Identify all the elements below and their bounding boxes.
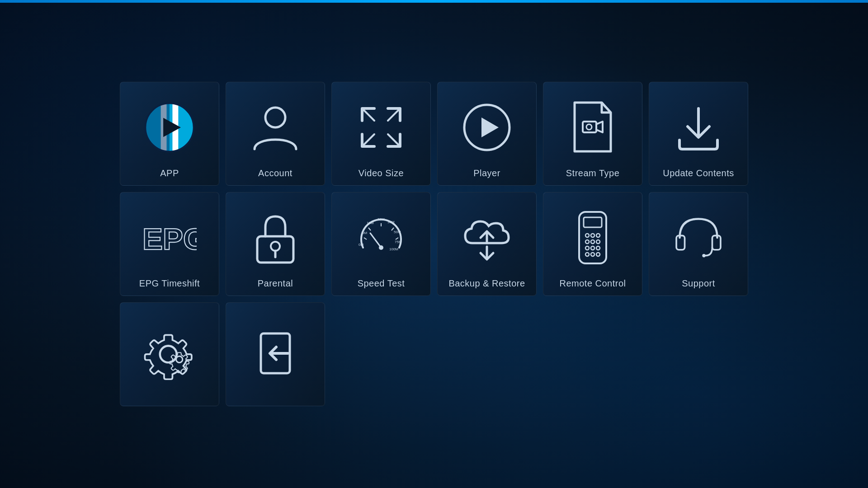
- logout-icon: [248, 312, 302, 394]
- svg-point-41: [596, 234, 600, 237]
- svg-point-43: [591, 240, 594, 244]
- tile-speed-test[interactable]: 0M 5M 10M 20M 30M 50M 75M 100M Speed Tes…: [331, 192, 431, 296]
- support-icon: [671, 202, 726, 274]
- svg-line-20: [364, 238, 367, 239]
- svg-text:100M: 100M: [389, 247, 398, 251]
- tile-remote-control-label: Remote Control: [559, 278, 626, 289]
- svg-point-44: [596, 240, 600, 244]
- tile-app-label: APP: [160, 168, 179, 178]
- empty-tile-2: [437, 302, 537, 406]
- svg-point-42: [585, 240, 589, 244]
- backup-restore-icon: [460, 202, 514, 274]
- video-size-icon: [354, 91, 408, 164]
- app-icon: [142, 91, 197, 164]
- svg-point-14: [586, 124, 592, 130]
- svg-text:30M: 30M: [387, 220, 395, 224]
- stream-type-icon: [566, 91, 620, 164]
- epg-icon: EPG: [142, 202, 197, 274]
- tile-support-label: Support: [682, 278, 715, 289]
- tile-speed-test-label: Speed Test: [358, 278, 405, 289]
- update-contents-icon: [671, 91, 726, 164]
- svg-point-50: [596, 253, 600, 256]
- tile-account[interactable]: Account: [226, 82, 325, 186]
- tile-epg-label: EPG Timeshift: [139, 278, 200, 289]
- tile-logout[interactable]: [226, 302, 325, 406]
- empty-tile-3: [543, 302, 642, 406]
- svg-text:0M: 0M: [359, 243, 363, 247]
- tile-player-label: Player: [473, 168, 500, 178]
- settings-grid: APP Account: [111, 73, 757, 415]
- svg-point-39: [585, 234, 589, 237]
- tile-account-label: Account: [258, 168, 292, 178]
- svg-point-34: [379, 245, 383, 250]
- tile-stream-type[interactable]: Stream Type: [543, 82, 642, 186]
- svg-line-21: [368, 228, 371, 230]
- svg-text:50M: 50M: [394, 230, 401, 234]
- tile-parental[interactable]: Parental: [226, 192, 325, 296]
- svg-point-55: [176, 356, 183, 362]
- speed-test-icon: 0M 5M 10M 20M 30M 50M 75M 100M: [354, 202, 408, 274]
- svg-rect-17: [257, 236, 293, 263]
- svg-text:75M: 75M: [395, 240, 402, 244]
- remote-control-icon: [566, 202, 620, 274]
- svg-point-53: [702, 254, 705, 257]
- svg-rect-13: [583, 122, 596, 132]
- tile-remote-control[interactable]: Remote Control: [543, 192, 642, 296]
- svg-line-10: [388, 134, 400, 146]
- empty-tile-4: [649, 302, 748, 406]
- svg-point-54: [160, 346, 177, 362]
- svg-point-48: [585, 253, 589, 256]
- svg-point-47: [596, 246, 600, 250]
- svg-text:5M: 5M: [362, 231, 367, 235]
- svg-line-24: [396, 238, 398, 239]
- tile-stream-type-label: Stream Type: [566, 168, 620, 178]
- svg-text:20M: 20M: [377, 217, 385, 221]
- svg-point-46: [591, 246, 594, 250]
- tile-player[interactable]: Player: [437, 82, 537, 186]
- tile-video-size-label: Video Size: [359, 168, 404, 178]
- svg-line-7: [362, 108, 374, 121]
- tile-update-contents-label: Update Contents: [663, 168, 734, 178]
- tile-app[interactable]: APP: [120, 82, 219, 186]
- tile-video-size[interactable]: Video Size: [331, 82, 431, 186]
- svg-point-45: [585, 246, 589, 250]
- parental-icon: [248, 202, 302, 274]
- player-icon: [460, 91, 514, 164]
- svg-point-40: [591, 234, 594, 237]
- tile-backup-restore-label: Backup & Restore: [448, 278, 525, 289]
- svg-line-8: [388, 108, 400, 121]
- empty-tile-1: [331, 302, 431, 406]
- svg-point-6: [265, 108, 285, 127]
- tile-epg[interactable]: EPG EPG Timeshift: [120, 192, 219, 296]
- tile-update-contents[interactable]: Update Contents: [649, 82, 748, 186]
- tile-settings[interactable]: [120, 302, 219, 406]
- settings-icon: [142, 312, 197, 394]
- svg-line-33: [370, 233, 381, 248]
- svg-marker-12: [481, 117, 499, 137]
- tile-backup-restore[interactable]: Backup & Restore: [437, 192, 537, 296]
- tile-support[interactable]: Support: [649, 192, 748, 296]
- svg-line-9: [362, 134, 374, 146]
- account-icon: [248, 91, 302, 164]
- svg-rect-38: [584, 217, 602, 227]
- svg-point-49: [591, 253, 594, 256]
- tile-parental-label: Parental: [258, 278, 293, 289]
- svg-text:10M: 10M: [367, 221, 374, 225]
- svg-text:EPG: EPG: [142, 222, 197, 256]
- svg-point-18: [271, 242, 280, 251]
